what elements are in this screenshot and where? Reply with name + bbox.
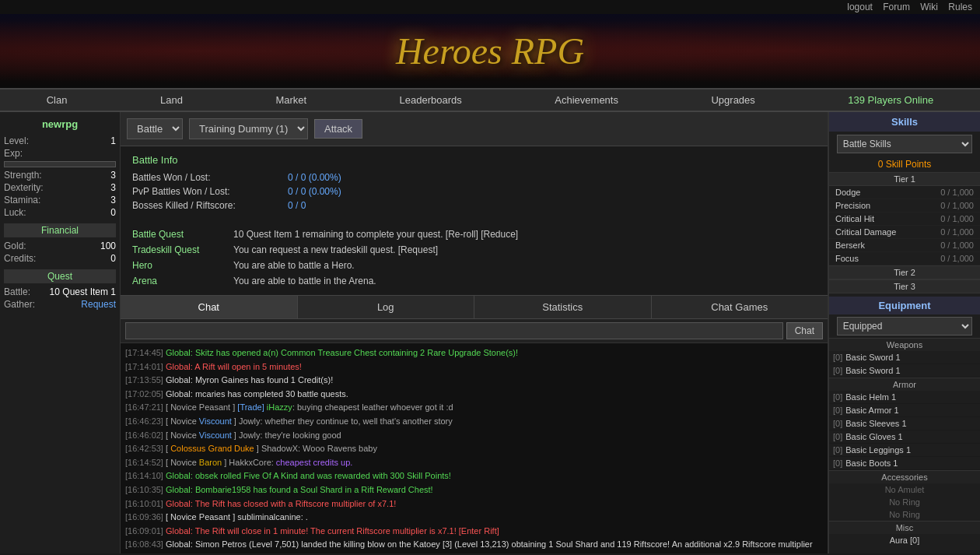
forum-link[interactable]: Forum xyxy=(883,2,910,12)
armor-helm: [0] Basic Helm 1 xyxy=(829,391,980,404)
skill-dodge: Dodge 0 / 1,000 xyxy=(829,186,980,199)
chat-area: Chat [17:14:45] Global: Skitz has opened… xyxy=(121,319,828,553)
tier3-header: Tier 3 xyxy=(829,279,980,293)
skills-select[interactable]: Battle Skills xyxy=(837,135,973,153)
equip-select[interactable]: Equipped xyxy=(837,317,973,335)
skills-header: Skills xyxy=(829,112,980,132)
weapon-1: [0] Basic Sword 1 xyxy=(829,351,980,364)
stat-dexterity: Dexterity: 3 xyxy=(4,181,116,194)
bosses-killed-row: Bosses Killed / Riftscore: 0 / 0 xyxy=(132,198,816,213)
weapon-2: [0] Basic Sword 1 xyxy=(829,364,980,378)
tab-chat-games[interactable]: Chat Games xyxy=(652,296,828,318)
skill-precision: Precision 0 / 1,000 xyxy=(829,199,980,213)
rules-link[interactable]: Rules xyxy=(948,2,972,12)
stat-luck: Luck: 0 xyxy=(4,206,116,219)
left-panel: newrpg Level: 1 Exp: Strength: 3 Dexteri… xyxy=(0,112,121,553)
stat-stamina: Stamina: 3 xyxy=(4,194,116,206)
weapon-1-bracket[interactable]: [0] xyxy=(833,353,842,362)
stat-strength: Strength: 3 xyxy=(4,169,116,181)
chat-message: [17:14:45] Global: Skitz has opened a(n)… xyxy=(125,346,823,360)
main-layout: newrpg Level: 1 Exp: Strength: 3 Dexteri… xyxy=(0,112,980,553)
gloves-bracket[interactable]: [0] xyxy=(833,432,842,441)
chat-message: [16:08:43] Global: Simon Petros (Level 7… xyxy=(125,538,823,553)
main-nav: Clan Land Market Leaderboards Achievemen… xyxy=(0,88,980,112)
skill-points: 0 Skill Points xyxy=(829,156,980,172)
chat-send-button[interactable]: Chat xyxy=(786,322,823,339)
helm-bracket[interactable]: [0] xyxy=(833,392,842,402)
tier1-header: Tier 1 xyxy=(829,172,980,186)
chat-message: [16:42:53] [ Colossus Grand Duke ] Shado… xyxy=(125,442,823,456)
battle-info-title: Battle Info xyxy=(132,154,816,166)
chat-messages: [17:14:45] Global: Skitz has opened a(n)… xyxy=(121,343,828,553)
misc-header: Misc xyxy=(829,521,980,534)
chat-message: [17:14:01] Global: A Rift will open in 5… xyxy=(125,360,823,374)
sleeves-bracket[interactable]: [0] xyxy=(833,419,842,428)
weapon-2-bracket[interactable]: [0] xyxy=(833,366,842,375)
chat-message: [16:14:52] [ Novice Baron ] HakkxCore: c… xyxy=(125,456,823,470)
quest-tradeskill-item: Tradeskill Quest You can request a new t… xyxy=(132,242,816,258)
armor-chest: [0] Basic Armor 1 xyxy=(829,404,980,417)
skill-critical-damage: Critical Damage 0 / 1,000 xyxy=(829,226,980,239)
equipment-header: Equipment xyxy=(829,297,980,314)
stat-level: Level: 1 xyxy=(4,135,116,147)
skill-berserk: Berserk 0 / 1,000 xyxy=(829,239,980,252)
chat-message: [16:46:23] [ Novice Viscount ] Jowly: wh… xyxy=(125,415,823,429)
dummy-select[interactable]: Training Dummy (1) xyxy=(189,118,308,139)
chat-input[interactable] xyxy=(125,322,783,339)
armor-leggings: [0] Basic Leggings 1 xyxy=(829,444,980,457)
wiki-link[interactable]: Wiki xyxy=(920,2,938,12)
chat-message: [16:09:01] Global: The Rift will close i… xyxy=(125,525,823,539)
nav-clan[interactable]: Clan xyxy=(47,94,68,106)
quest-battle: Battle: 10 Quest Item 1 xyxy=(4,286,116,298)
skill-focus: Focus 0 / 1,000 xyxy=(829,252,980,265)
no-ring-2: No Ring xyxy=(829,508,980,521)
leggings-bracket[interactable]: [0] xyxy=(833,445,842,455)
weapons-header: Weapons xyxy=(829,338,980,351)
skill-critical-hit: Critical Hit 0 / 1,000 xyxy=(829,213,980,226)
center-panel: Battle Training Dummy (1) Attack Battle … xyxy=(121,112,828,553)
chat-message: [16:10:35] Global: Bombarie1958 has foun… xyxy=(125,483,823,497)
players-online: 139 Players Online xyxy=(848,94,933,106)
tab-log[interactable]: Log xyxy=(298,296,475,318)
no-ring-1: No Ring xyxy=(829,496,980,508)
quest-battle-item: Battle Quest 10 Quest Item 1 remaining t… xyxy=(132,227,816,242)
no-amulet: No Amulet xyxy=(829,483,980,496)
quest-header: Quest xyxy=(4,269,116,283)
battle-info: Battle Info Battles Won / Lost: 0 / 0 (0… xyxy=(121,146,828,220)
nav-market[interactable]: Market xyxy=(275,94,306,106)
chat-message: [17:02:05] Global: mcaries has completed… xyxy=(125,388,823,402)
chat-message: [17:13:55] Global: Myron Gaines has foun… xyxy=(125,374,823,388)
boots-bracket[interactable]: [0] xyxy=(833,458,842,468)
financial-header: Financial xyxy=(4,223,116,237)
battle-bar: Battle Training Dummy (1) Attack xyxy=(121,112,828,146)
armor-gloves: [0] Basic Gloves 1 xyxy=(829,430,980,444)
chat-message: [16:47:21] [ Novice Peasant ] [Trade] iH… xyxy=(125,401,823,415)
nav-land[interactable]: Land xyxy=(160,94,183,106)
tab-chat[interactable]: Chat xyxy=(121,296,298,318)
exp-bar xyxy=(4,161,116,167)
armor-header: Armor xyxy=(829,378,980,391)
gather-request-link[interactable]: Request xyxy=(81,299,116,310)
chest-bracket[interactable]: [0] xyxy=(833,406,842,415)
armor-sleeves: [0] Basic Sleeves 1 xyxy=(829,417,980,430)
nav-leaderboards[interactable]: Leaderboards xyxy=(400,94,462,106)
tab-bar: Chat Log Statistics Chat Games xyxy=(121,295,828,319)
right-panel: Skills Battle Skills 0 Skill Points Tier… xyxy=(828,112,980,553)
logout-link[interactable]: logout xyxy=(847,2,873,12)
nav-achievements[interactable]: Achievements xyxy=(555,94,618,106)
quest-section: Battle Quest 10 Quest Item 1 remaining t… xyxy=(121,220,828,295)
stat-gold: Gold: 100 xyxy=(4,240,116,252)
chat-message: [16:10:01] Global: The Rift has closed w… xyxy=(125,497,823,511)
quest-hero-item: Hero You are able to battle a Hero. xyxy=(132,258,816,273)
header-banner: Heroes RPG xyxy=(0,14,980,88)
chat-input-row: Chat xyxy=(121,319,828,343)
battle-select[interactable]: Battle xyxy=(127,118,183,139)
chat-message: [16:14:10] Global: obsek rolled Five Of … xyxy=(125,469,823,483)
accessories-header: Accessories xyxy=(829,470,980,483)
aura: Aura [0] xyxy=(829,534,980,546)
username: newrpg xyxy=(4,116,116,135)
nav-upgrades[interactable]: Upgrades xyxy=(711,94,754,106)
attack-button[interactable]: Attack xyxy=(314,119,362,139)
tab-statistics[interactable]: Statistics xyxy=(474,296,652,318)
stat-credits: Credits: 0 xyxy=(4,252,116,265)
